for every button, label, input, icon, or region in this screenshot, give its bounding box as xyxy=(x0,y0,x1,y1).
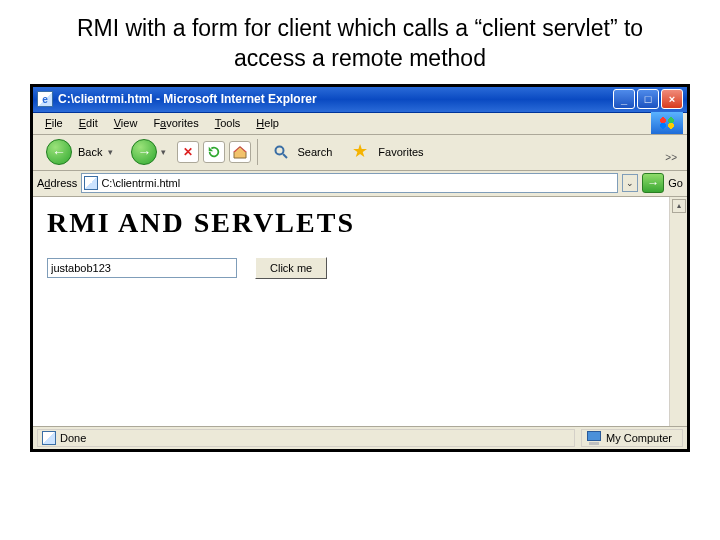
stop-button[interactable]: ✕ xyxy=(177,141,199,163)
svg-point-0 xyxy=(276,147,284,155)
my-computer-icon xyxy=(586,431,602,445)
scroll-up-icon[interactable]: ▴ xyxy=(672,199,686,213)
star-icon: ★ xyxy=(352,142,372,162)
username-input[interactable] xyxy=(47,258,237,278)
search-label: Search xyxy=(295,146,334,158)
favorites-label: Favorites xyxy=(376,146,425,158)
address-input[interactable] xyxy=(101,177,615,189)
toolbar-separator xyxy=(257,139,258,165)
back-arrow-icon: ← xyxy=(46,139,72,165)
address-input-wrap[interactable] xyxy=(81,173,618,193)
home-icon xyxy=(232,144,248,160)
address-dropdown-button[interactable]: ⌄ xyxy=(622,174,638,192)
menu-help[interactable]: Help xyxy=(248,115,287,131)
window-title: C:\clientrmi.html - Microsoft Internet E… xyxy=(58,92,613,106)
menu-view[interactable]: View xyxy=(106,115,146,131)
status-text: Done xyxy=(60,432,86,444)
back-label: Back xyxy=(76,146,104,158)
back-dropdown-icon[interactable]: ▾ xyxy=(108,147,113,157)
menu-edit[interactable]: Edit xyxy=(71,115,106,131)
minimize-button[interactable]: _ xyxy=(613,89,635,109)
address-page-icon xyxy=(84,176,98,190)
forward-dropdown-icon[interactable]: ▾ xyxy=(161,147,166,157)
toolbar-overflow-button[interactable]: >> xyxy=(665,142,681,163)
svg-line-1 xyxy=(283,154,287,158)
menu-tools[interactable]: Tools xyxy=(207,115,249,131)
page-heading: RMI AND SERVLETS xyxy=(47,207,655,239)
status-bar: Done My Computer xyxy=(33,427,687,449)
address-label: Address xyxy=(37,177,77,189)
menu-file[interactable]: File xyxy=(37,115,71,131)
go-label: Go xyxy=(668,177,683,189)
favorites-button[interactable]: ★ Favorites xyxy=(345,138,432,166)
vertical-scrollbar[interactable]: ▴ xyxy=(669,197,687,426)
page-icon: e xyxy=(37,91,53,107)
back-button[interactable]: ← Back ▾ xyxy=(39,138,120,166)
security-zone-label: My Computer xyxy=(606,432,672,444)
click-me-button[interactable]: Click me xyxy=(255,257,327,279)
refresh-icon xyxy=(207,145,221,159)
forward-button[interactable]: → ▾ xyxy=(124,138,173,166)
status-page-icon xyxy=(42,431,56,445)
menu-favorites[interactable]: Favorites xyxy=(145,115,206,131)
refresh-button[interactable] xyxy=(203,141,225,163)
home-button[interactable] xyxy=(229,141,251,163)
page-content: RMI AND SERVLETS Click me xyxy=(33,197,669,426)
toolbar: ← Back ▾ → ▾ ✕ Search ★ Favorites >> xyxy=(33,135,687,171)
forward-arrow-icon: → xyxy=(131,139,157,165)
window-titlebar: e C:\clientrmi.html - Microsoft Internet… xyxy=(33,87,687,113)
close-button[interactable]: × xyxy=(661,89,683,109)
maximize-button[interactable]: □ xyxy=(637,89,659,109)
slide-title: RMI with a form for client which calls a… xyxy=(0,0,720,84)
search-button[interactable]: Search xyxy=(264,138,341,166)
ie-logo-icon xyxy=(651,112,683,134)
search-icon xyxy=(271,142,291,162)
address-bar: Address ⌄ → Go xyxy=(33,171,687,197)
menu-bar: File Edit View Favorites Tools Help xyxy=(33,113,687,135)
go-button[interactable]: → xyxy=(642,173,664,193)
browser-window: e C:\clientrmi.html - Microsoft Internet… xyxy=(30,84,690,452)
